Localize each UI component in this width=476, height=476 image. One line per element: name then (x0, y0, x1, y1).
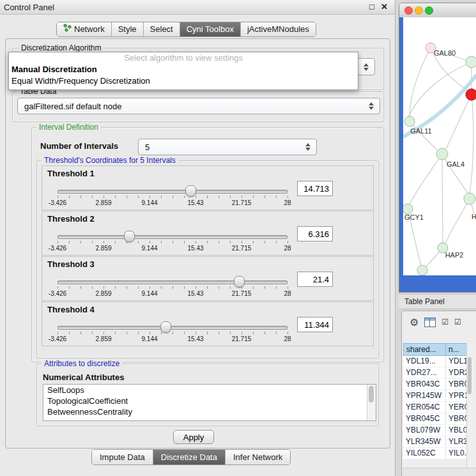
threshold-3-value-field[interactable] (297, 272, 333, 287)
slider-ticks (58, 196, 288, 198)
tab-label: jActiveMNodules (247, 22, 309, 36)
scrollbar-thumb[interactable] (468, 357, 472, 394)
algorithm-option-equal-width[interactable]: Equal Width/Frequency Discretization (9, 75, 358, 87)
cell-shared-name[interactable]: YLR345W (403, 436, 446, 447)
tab-select[interactable]: Select (143, 22, 180, 36)
slider-thumb[interactable] (124, 231, 135, 242)
network-node[interactable] (417, 265, 427, 275)
network-node-selected[interactable] (466, 89, 476, 100)
tab-jactivemnodules[interactable]: jActiveMNodules (240, 22, 316, 36)
cell-shared-name[interactable]: YDR27... (403, 367, 446, 378)
list-item[interactable]: SelfLoops (43, 385, 376, 395)
network-edge[interactable] (470, 95, 473, 193)
table-row[interactable]: YER054C YER0... (403, 402, 472, 413)
cell-shared-name[interactable]: YBR045C (403, 413, 446, 424)
float-window-icon[interactable]: □ (369, 2, 374, 12)
table-row[interactable]: YLR345W YLR3... (403, 436, 472, 448)
column-header-shared-name[interactable]: shared... (403, 343, 446, 356)
table-vertical-scrollbar[interactable] (466, 343, 473, 476)
network-node[interactable] (403, 204, 413, 214)
network-edge[interactable] (445, 199, 470, 243)
tick-label: 9.144 (141, 245, 157, 252)
tick-label: 9.144 (141, 335, 157, 342)
table-row[interactable]: YDR27... YDR2... (403, 367, 472, 379)
table-row[interactable]: YPR145W YPR1... (403, 390, 472, 402)
list-item[interactable]: TopologicalCoefficient (43, 395, 376, 406)
table-horizontal-scrollbar[interactable] (402, 468, 476, 476)
close-icon[interactable]: ✕ (381, 2, 388, 12)
tick-label: 21.715 (232, 290, 252, 297)
mac-zoom-icon[interactable] (425, 6, 433, 15)
tick-label: -3.426 (49, 335, 66, 342)
network-canvas[interactable]: GAL80 GAL11 GAL4 GCY1 HAP2 H (403, 17, 476, 275)
network-node[interactable] (464, 193, 475, 204)
number-of-intervals-value: 5 (139, 142, 303, 152)
scrollbar-thumb[interactable] (369, 386, 374, 403)
bottom-tab-bar: Impute Data Discretize Data Infer Networ… (91, 449, 291, 465)
algorithm-option-manual[interactable]: Manual Discretization (9, 64, 358, 75)
cell-shared-name[interactable]: YER054C (403, 402, 446, 413)
tab-label: Discretize Data (161, 452, 217, 462)
tab-label: Select (150, 22, 173, 36)
tick-label: 9.144 (141, 290, 157, 297)
cell-shared-name[interactable]: YBR043C (403, 379, 446, 390)
tab-infer-network[interactable]: Infer Network (225, 450, 290, 464)
cell-shared-name[interactable]: YBL079W (403, 425, 446, 436)
mac-close-icon[interactable] (404, 6, 413, 15)
table-data-combobox[interactable]: galFiltered.sif default node (17, 98, 380, 114)
chevron-updown-icon (361, 63, 371, 71)
slider-track[interactable] (58, 326, 288, 330)
tab-cyni-toolbox[interactable]: Cyni Toolbox (180, 22, 240, 36)
tab-network[interactable]: Network (57, 22, 111, 36)
slider-track[interactable] (58, 235, 288, 239)
tick-label: -3.426 (49, 199, 66, 206)
cell-shared-name[interactable]: YPR145W (403, 390, 446, 401)
network-frame: GAL80 GAL11 GAL4 GCY1 HAP2 H (399, 17, 476, 292)
numerical-attributes-list: SelfLoops TopologicalCoefficient Between… (43, 384, 376, 421)
tab-impute-data[interactable]: Impute Data (92, 450, 153, 464)
network-edge[interactable] (410, 48, 431, 116)
select-all-icon[interactable]: ☑ (441, 318, 449, 326)
table-row[interactable]: YBR045C YBR0... (403, 413, 472, 425)
discretization-algorithm-group-title: Discretization Algorithm (19, 43, 104, 52)
network-edge[interactable] (442, 154, 443, 243)
threshold-1-slider[interactable] (58, 184, 288, 199)
table-row[interactable]: YDL19... YDL1... (403, 356, 472, 367)
threshold-3-slider[interactable] (58, 275, 288, 290)
control-panel-title: Control Panel (4, 3, 54, 12)
number-of-intervals-combobox[interactable]: 5 (138, 139, 317, 155)
columns-icon[interactable] (424, 318, 436, 327)
table-row[interactable]: YBL079W YBL0... (403, 425, 472, 436)
gear-icon[interactable]: ⚙ (410, 316, 418, 328)
threshold-2-slider[interactable] (58, 229, 288, 245)
threshold-1-label: Threshold 1 (47, 169, 95, 178)
threshold-1-value-field[interactable] (297, 181, 333, 196)
select-rows-icon[interactable]: ☑ (454, 318, 461, 326)
list-scrollbar[interactable] (367, 385, 376, 420)
apply-button[interactable]: Apply (173, 430, 214, 444)
network-tab-icon (63, 22, 72, 36)
slider-thumb[interactable] (160, 321, 171, 333)
network-node[interactable] (466, 56, 476, 68)
tab-style[interactable]: Style (111, 22, 143, 36)
threshold-4-slider[interactable] (58, 320, 288, 335)
slider-track[interactable] (58, 190, 288, 194)
tick-label: -3.426 (49, 245, 66, 252)
threshold-4-value-field[interactable] (297, 317, 333, 332)
table-row[interactable]: YIL052C YIL0... (403, 448, 472, 459)
cell-shared-name[interactable]: YDL19... (403, 356, 446, 367)
slider-thumb[interactable] (185, 185, 196, 197)
table-row[interactable]: YBR043C YBR0... (403, 379, 472, 390)
table-panel-bar[interactable]: Table Panel (399, 294, 476, 309)
network-node[interactable] (404, 116, 415, 127)
network-edge[interactable] (410, 154, 442, 204)
mac-minimize-icon[interactable] (415, 6, 423, 15)
list-item[interactable]: BetweennessCentrality (43, 406, 376, 417)
cell-shared-name[interactable]: YIL052C (403, 448, 446, 459)
slider-track[interactable] (58, 280, 288, 284)
tick-label: 28 (284, 290, 291, 297)
slider-thumb[interactable] (234, 276, 245, 288)
tab-discretize-data[interactable]: Discretize Data (153, 450, 225, 464)
network-node[interactable] (436, 148, 448, 160)
threshold-2-value-field[interactable] (297, 226, 333, 242)
